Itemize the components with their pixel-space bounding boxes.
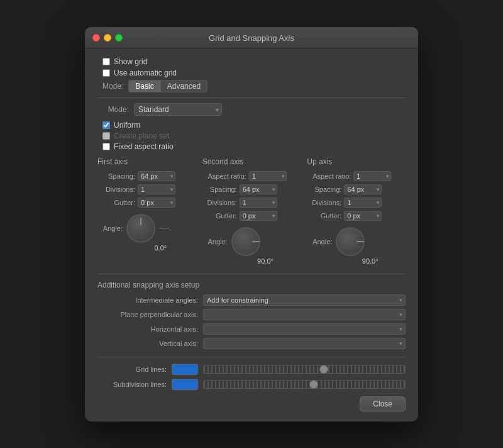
first-axis-gutter-label: Gutter:	[97, 199, 135, 206]
maximize-traffic-light[interactable]	[115, 34, 123, 42]
mode-select[interactable]: Standard Isometric Custom	[134, 103, 222, 116]
mode-tabs-row: Mode: Basic Advanced	[97, 80, 406, 92]
second-axis-spacing-label: Spacing:	[202, 186, 237, 193]
first-axis-dial-line	[159, 228, 169, 228]
first-axis-gutter-select[interactable]: 0 px 1 px 2 px	[138, 198, 175, 208]
second-axis-spacing-select[interactable]: 64 px	[240, 184, 277, 194]
fixed-aspect-checkbox[interactable]	[102, 143, 110, 150]
plane-perpendicular-select[interactable]	[203, 309, 406, 320]
show-grid-row: Show grid	[97, 57, 406, 66]
main-window: Grid and Snapping Axis Show grid Use aut…	[85, 27, 418, 422]
horizontal-axis-select[interactable]	[203, 323, 406, 335]
up-axis-divisions-select[interactable]: 1	[344, 198, 382, 208]
show-grid-checkbox[interactable]	[102, 58, 110, 65]
horizontal-axis-select-wrapper	[203, 323, 406, 335]
window-title: Grid and Snapping Axis	[209, 33, 294, 43]
plane-perpendicular-label: Plane perpendicular axis:	[97, 311, 198, 318]
first-axis-angle-value: 0.0°	[97, 244, 196, 252]
mode-select-wrapper: Standard Isometric Custom	[134, 103, 222, 116]
second-axis-spacing-row: Spacing: 64 px	[202, 184, 301, 194]
plane-perpendicular-select-wrapper	[203, 309, 406, 320]
up-axis-dial-tick	[357, 241, 364, 242]
vertical-axis-select[interactable]	[203, 338, 406, 349]
grid-lines-slider-wrapper	[203, 365, 406, 374]
use-automatic-grid-checkbox[interactable]	[102, 69, 110, 77]
show-grid-label: Show grid	[114, 57, 147, 66]
second-axis-angle-label: Angle:	[202, 238, 228, 245]
up-axis-divisions-label: Divisions:	[307, 199, 341, 206]
mode-select-row: Mode: Standard Isometric Custom	[97, 103, 406, 116]
second-axis-dial[interactable]	[231, 227, 260, 256]
up-axis-gutter-select[interactable]: 0 px	[344, 211, 382, 221]
snapping-title: Additional snapping axis setup	[97, 281, 406, 289]
up-axis-aspect-select[interactable]: 1	[353, 171, 391, 181]
tab-advanced[interactable]: Advanced	[160, 80, 207, 92]
second-axis-divisions-row: Divisions: 1	[202, 198, 301, 208]
first-axis-spacing-select-wrapper: 64 px 32 px 128 px	[138, 171, 175, 181]
second-axis-col: Second axis Aspect ratio: 1 2 Spacing:	[202, 157, 301, 265]
up-axis-divisions-select-wrapper: 1	[344, 198, 382, 208]
up-axis-angle-row: Angle:	[307, 227, 406, 256]
close-traffic-light[interactable]	[92, 34, 100, 42]
subdivision-lines-slider[interactable]	[203, 380, 406, 389]
first-axis-spacing-select[interactable]: 64 px 32 px 128 px	[138, 171, 175, 181]
up-axis-gutter-label: Gutter:	[307, 212, 341, 220]
bottom-bar: Close	[97, 396, 406, 412]
second-axis-gutter-select[interactable]: 0 px	[240, 211, 277, 221]
second-axis-gutter-row: Gutter: 0 px	[202, 211, 301, 221]
first-axis-dial[interactable]	[126, 214, 155, 243]
snapping-section: Additional snapping axis setup Intermedi…	[97, 274, 406, 349]
up-axis-gutter-select-wrapper: 0 px	[344, 211, 382, 221]
second-axis-aspect-select[interactable]: 1 2	[249, 171, 287, 181]
first-axis-spacing-label: Spacing:	[97, 172, 135, 180]
up-axis-spacing-label: Spacing:	[307, 186, 341, 193]
up-axis-divisions-row: Divisions: 1	[307, 198, 406, 208]
vertical-axis-select-wrapper	[203, 338, 406, 349]
second-axis-dial-tick	[252, 241, 260, 242]
first-axis-divisions-select[interactable]: 1 2 4	[138, 184, 175, 194]
fixed-aspect-label: Fixed aspect ratio	[114, 142, 174, 151]
traffic-lights	[92, 34, 123, 42]
first-axis-divisions-label: Divisions:	[97, 186, 135, 193]
close-button[interactable]: Close	[360, 396, 406, 412]
up-axis-spacing-select-wrapper: 64 px	[344, 184, 382, 194]
title-bar: Grid and Snapping Axis	[85, 27, 418, 48]
subdivision-lines-color-swatch[interactable]	[172, 379, 198, 390]
uniform-checkbox[interactable]	[102, 121, 110, 129]
intermediate-angles-select[interactable]: Add for constraining None	[203, 294, 406, 306]
first-axis-dial-tick	[140, 218, 141, 225]
up-axis-title: Up axis	[307, 157, 406, 166]
up-axis-aspect-row: Aspect ratio: 1	[307, 171, 406, 181]
second-axis-spacing-select-wrapper: 64 px	[240, 184, 277, 194]
second-axis-divisions-select-wrapper: 1	[240, 198, 277, 208]
second-axis-aspect-label: Aspect ratio:	[202, 172, 246, 180]
create-plane-label: Create plane set	[114, 132, 169, 140]
axes-container: First axis Spacing: 64 px 32 px 128 px D…	[97, 157, 406, 265]
intermediate-angles-label: Intermediate angles:	[97, 296, 198, 304]
up-axis-aspect-select-wrapper: 1	[353, 171, 391, 181]
grid-lines-color-swatch[interactable]	[172, 364, 198, 375]
grid-lines-label: Grid lines:	[97, 366, 167, 373]
uniform-row: Uniform	[102, 121, 406, 130]
grid-lines-slider[interactable]	[203, 365, 406, 374]
grid-lines-row: Grid lines:	[97, 364, 406, 375]
use-automatic-grid-row: Use automatic grid	[97, 69, 406, 77]
second-axis-divisions-label: Divisions:	[202, 199, 237, 206]
vertical-axis-label: Vertical axis:	[97, 340, 198, 347]
subdivision-lines-row: Subdivision lines:	[97, 379, 406, 390]
create-plane-checkbox[interactable]	[102, 132, 110, 140]
mode-select-label: Mode:	[97, 105, 129, 114]
up-axis-dial[interactable]	[336, 227, 365, 256]
second-axis-divisions-select[interactable]: 1	[240, 198, 277, 208]
tab-basic[interactable]: Basic	[128, 80, 160, 92]
up-axis-spacing-select[interactable]: 64 px	[344, 184, 382, 194]
use-automatic-grid-label: Use automatic grid	[114, 69, 177, 77]
second-axis-gutter-label: Gutter:	[202, 212, 237, 220]
minimize-traffic-light[interactable]	[104, 34, 111, 42]
up-axis-col: Up axis Aspect ratio: 1 Spacing: 64 px	[307, 157, 406, 265]
horizontal-axis-row: Horizontal axis:	[97, 323, 406, 335]
first-axis-col: First axis Spacing: 64 px 32 px 128 px D…	[97, 157, 196, 265]
plane-perpendicular-row: Plane perpendicular axis:	[97, 309, 406, 320]
options-block: Uniform Create plane set Fixed aspect ra…	[97, 121, 406, 151]
up-axis-angle-label: Angle:	[307, 238, 332, 245]
